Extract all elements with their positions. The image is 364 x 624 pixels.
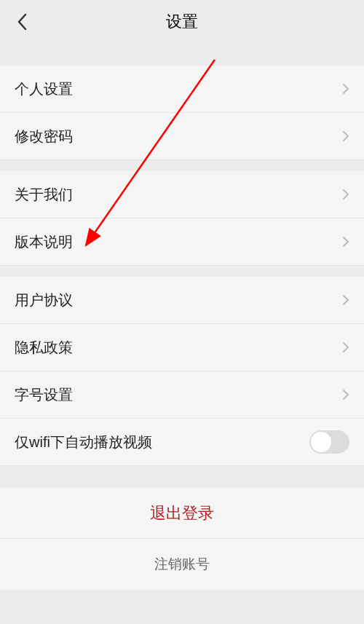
- row-change-password[interactable]: 修改密码: [0, 113, 364, 160]
- back-button[interactable]: [11, 11, 33, 33]
- row-font-size[interactable]: 字号设置: [0, 371, 364, 419]
- row-label: 用户协议: [15, 291, 73, 310]
- row-personal-settings[interactable]: 个人设置: [0, 66, 364, 113]
- section-gap: [0, 44, 364, 66]
- row-user-agreement[interactable]: 用户协议: [0, 277, 364, 324]
- row-privacy-policy[interactable]: 隐私政策: [0, 324, 364, 371]
- delete-account-label: 注销账号: [154, 555, 210, 574]
- row-label: 个人设置: [15, 79, 73, 99]
- section-gap: [0, 266, 364, 277]
- wifi-autoplay-toggle[interactable]: [309, 430, 349, 454]
- toggle-knob: [311, 432, 331, 452]
- section-gap: [0, 160, 364, 171]
- delete-account-button[interactable]: 注销账号: [0, 539, 364, 590]
- row-version-info[interactable]: 版本说明: [0, 218, 364, 266]
- row-wifi-autoplay[interactable]: 仅wifi下自动播放视频: [0, 419, 364, 466]
- chevron-right-icon: [342, 130, 349, 142]
- page-title: 设置: [166, 11, 198, 33]
- chevron-right-icon: [342, 83, 349, 95]
- logout-label: 退出登录: [150, 502, 214, 524]
- section-gap: [0, 466, 364, 488]
- row-label: 修改密码: [15, 127, 73, 146]
- row-label: 字号设置: [15, 385, 73, 405]
- row-label: 隐私政策: [15, 338, 73, 358]
- row-about-us[interactable]: 关于我们: [0, 171, 364, 218]
- row-label: 关于我们: [15, 185, 73, 205]
- row-label: 仅wifi下自动播放视频: [15, 433, 152, 452]
- chevron-right-icon: [342, 341, 349, 353]
- header: 设置: [0, 0, 364, 44]
- row-label: 版本说明: [15, 232, 73, 252]
- chevron-right-icon: [342, 389, 349, 400]
- chevron-right-icon: [342, 236, 349, 248]
- chevron-right-icon: [342, 294, 349, 306]
- chevron-right-icon: [342, 189, 349, 200]
- chevron-left-icon: [17, 13, 27, 31]
- logout-button[interactable]: 退出登录: [0, 488, 364, 539]
